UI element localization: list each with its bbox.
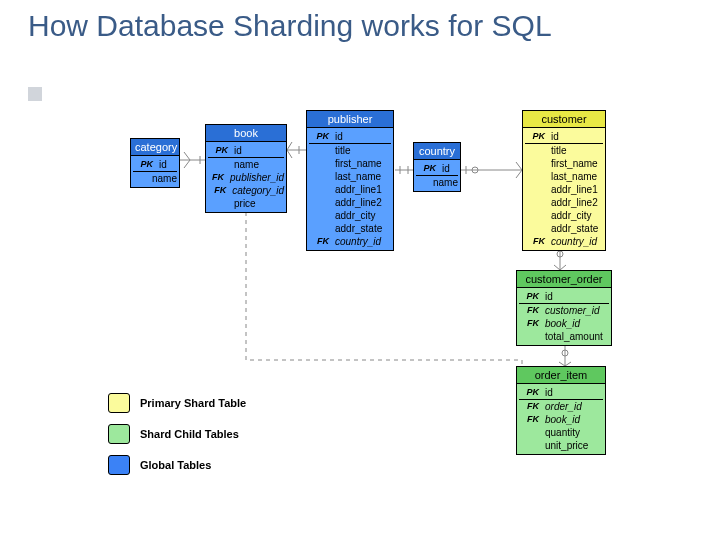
attr: id xyxy=(549,131,559,142)
fk-label: FK xyxy=(208,172,228,183)
attr: addr_city xyxy=(549,210,592,221)
entity-publisher: publisher PKid title first_name last_nam… xyxy=(306,110,394,251)
pk-label: PK xyxy=(525,131,549,142)
pk-label: PK xyxy=(519,291,543,302)
attr: publisher_id xyxy=(228,172,284,183)
legend-text: Shard Child Tables xyxy=(140,428,239,440)
attr: country_id xyxy=(549,236,597,247)
attr: first_name xyxy=(549,158,598,169)
pk-label: PK xyxy=(208,145,232,156)
fk-label: FK xyxy=(519,318,543,329)
fk-label: FK xyxy=(519,305,543,316)
entity-country: country PKid name xyxy=(413,142,461,192)
entity-name: book xyxy=(206,125,286,142)
fk-label: FK xyxy=(309,236,333,247)
attr: book_id xyxy=(543,414,580,425)
attr: customer_id xyxy=(543,305,599,316)
attr: addr_line1 xyxy=(333,184,382,195)
entity-book: book PKid name FKpublisher_id FKcategory… xyxy=(205,124,287,213)
attr: name xyxy=(150,173,177,184)
attr: id xyxy=(157,159,167,170)
legend-primary: Primary Shard Table xyxy=(108,393,246,413)
legend-swatch-blue xyxy=(108,455,130,475)
legend-global: Global Tables xyxy=(108,455,211,475)
attr: id xyxy=(440,163,450,174)
entity-category: category PKid name xyxy=(130,138,180,188)
attr: id xyxy=(333,131,343,142)
attr: unit_price xyxy=(543,440,588,451)
attr: addr_line2 xyxy=(549,197,598,208)
attr: first_name xyxy=(333,158,382,169)
legend-swatch-green xyxy=(108,424,130,444)
entity-customer-order: customer_order PKid FKcustomer_id FKbook… xyxy=(516,270,612,346)
slide-title: How Database Sharding works for SQL xyxy=(28,8,552,44)
attr: addr_line1 xyxy=(549,184,598,195)
pk-label: PK xyxy=(309,131,333,142)
fk-label: FK xyxy=(525,236,549,247)
entity-customer: customer PKid title first_name last_name… xyxy=(522,110,606,251)
attr: name xyxy=(431,177,458,188)
pk-label: PK xyxy=(133,159,157,170)
attr: id xyxy=(543,291,553,302)
entity-order-item: order_item PKid FKorder_id FKbook_id qua… xyxy=(516,366,606,455)
entity-name: category xyxy=(131,139,179,156)
pk-label: PK xyxy=(519,387,543,398)
entity-name: customer_order xyxy=(517,271,611,288)
attr: id xyxy=(232,145,242,156)
fk-label: FK xyxy=(519,414,543,425)
attr: addr_line2 xyxy=(333,197,382,208)
attr: total_amount xyxy=(543,331,603,342)
attr: order_id xyxy=(543,401,582,412)
attr: addr_city xyxy=(333,210,376,221)
attr: category_id xyxy=(230,185,284,196)
legend-swatch-yellow xyxy=(108,393,130,413)
legend-text: Global Tables xyxy=(140,459,211,471)
attr: addr_state xyxy=(333,223,382,234)
attr: country_id xyxy=(333,236,381,247)
attr: price xyxy=(232,198,256,209)
erd-diagram: category PKid name book PKid name FKpubl… xyxy=(0,100,728,540)
legend-child: Shard Child Tables xyxy=(108,424,239,444)
attr: title xyxy=(549,145,567,156)
attr: id xyxy=(543,387,553,398)
entity-name: customer xyxy=(523,111,605,128)
entity-name: publisher xyxy=(307,111,393,128)
attr: name xyxy=(232,159,259,170)
attr: quantity xyxy=(543,427,580,438)
attr: last_name xyxy=(549,171,597,182)
attr: addr_state xyxy=(549,223,598,234)
fk-label: FK xyxy=(519,401,543,412)
accent-bar xyxy=(28,87,42,101)
attr: book_id xyxy=(543,318,580,329)
entity-name: country xyxy=(414,143,460,160)
attr: last_name xyxy=(333,171,381,182)
fk-label: FK xyxy=(208,185,230,196)
pk-label: PK xyxy=(416,163,440,174)
entity-name: order_item xyxy=(517,367,605,384)
attr: title xyxy=(333,145,351,156)
legend-text: Primary Shard Table xyxy=(140,397,246,409)
